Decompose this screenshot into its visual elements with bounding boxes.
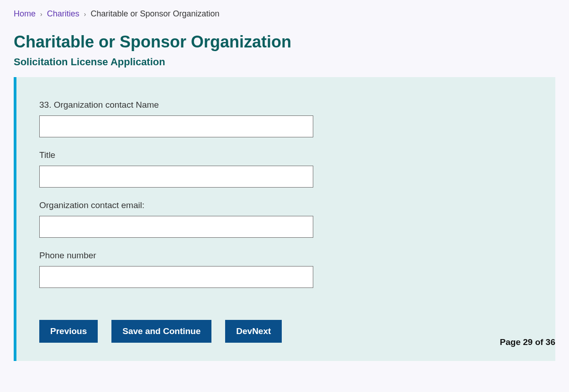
- form-group-contact-name: 33. Organization contact Name: [39, 100, 532, 137]
- breadcrumb-charities[interactable]: Charities: [47, 9, 79, 19]
- devnext-button[interactable]: DevNext: [225, 320, 282, 343]
- page-subtitle: Solicitation License Application: [14, 56, 555, 68]
- chevron-right-icon: ›: [84, 10, 86, 18]
- page-indicator: Page 29 of 36: [500, 337, 555, 347]
- form-panel: 33. Organization contact Name Title Orga…: [14, 77, 555, 361]
- breadcrumb-current: Charitable or Sponsor Organization: [90, 9, 219, 19]
- button-row: Previous Save and Continue DevNext: [39, 320, 532, 343]
- form-group-contact-email: Organization contact email:: [39, 200, 532, 238]
- label-contact-email: Organization contact email:: [39, 200, 532, 210]
- input-contact-email[interactable]: [39, 216, 313, 238]
- chevron-right-icon: ›: [40, 10, 42, 18]
- save-continue-button[interactable]: Save and Continue: [111, 320, 211, 343]
- breadcrumb-home[interactable]: Home: [14, 9, 36, 19]
- input-phone[interactable]: [39, 266, 313, 288]
- previous-button[interactable]: Previous: [39, 320, 98, 343]
- input-title[interactable]: [39, 166, 313, 188]
- label-title: Title: [39, 150, 532, 160]
- input-contact-name[interactable]: [39, 115, 313, 137]
- breadcrumb: Home › Charities › Charitable or Sponsor…: [14, 9, 555, 19]
- page-title: Charitable or Sponsor Organization: [14, 32, 555, 52]
- label-contact-name: 33. Organization contact Name: [39, 100, 532, 110]
- form-group-phone: Phone number: [39, 251, 532, 288]
- label-phone: Phone number: [39, 251, 532, 261]
- form-group-title: Title: [39, 150, 532, 188]
